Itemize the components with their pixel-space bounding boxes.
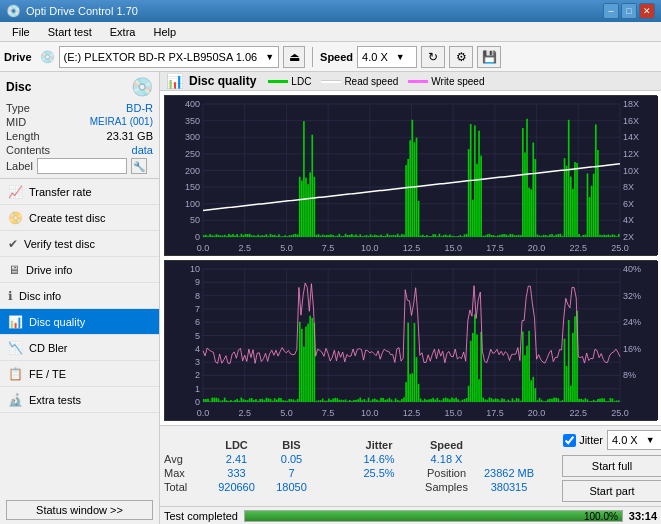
close-button[interactable]: ✕ [639,3,655,19]
drive-dropdown-arrow: ▼ [265,52,274,62]
stats-max-bis: 7 [264,467,319,479]
stats-header-empty [164,439,209,451]
length-value: 23.31 GB [107,130,153,142]
menu-help[interactable]: Help [145,24,184,40]
legend-write-speed: Write speed [408,76,484,87]
stats-max-ldc: 333 [209,467,264,479]
legend: LDC Read speed Write speed [268,76,484,87]
disc-quality-icon: 📊 [8,315,23,329]
legend-read-speed-label: Read speed [344,76,398,87]
nav-disc-quality[interactable]: 📊 Disc quality [0,309,159,335]
app-title: Opti Drive Control 1.70 [26,5,138,17]
nav-cd-bler-label: CD Bler [29,342,68,354]
status-time: 33:14 [629,510,657,522]
stats-total-label: Total [164,481,209,493]
top-chart [164,95,657,256]
stats-total-empty2 [339,481,419,493]
jitter-label: Jitter [579,434,603,446]
stats-samples-label: Samples [419,481,474,493]
contents-value: data [132,144,153,156]
nav-disc-quality-label: Disc quality [29,316,85,328]
stats-max-empty [319,467,339,479]
contents-label: Contents [6,144,50,156]
start-part-button[interactable]: Start part [562,480,661,502]
nav-extra-tests-label: Extra tests [29,394,81,406]
eject-button[interactable]: ⏏ [283,46,305,68]
extra-tests-icon: 🔬 [8,393,23,407]
stats-avg-speed: 4.18 X [419,453,474,465]
stats-max-position-label: Position [419,467,474,479]
progress-text: 100.0% [584,511,618,523]
nav-extra-tests[interactable]: 🔬 Extra tests [0,387,159,413]
stats-header-check [319,439,339,451]
stats-header-jitter: Jitter [339,439,419,451]
nav-disc-info[interactable]: ℹ Disc info [0,283,159,309]
stats-header-ldc: LDC [209,439,264,451]
menu-bar: File Start test Extra Help [0,22,661,42]
save-button[interactable]: 💾 [477,46,501,68]
stats-avg-jitter: 14.6% [339,453,419,465]
stats-max-label: Max [164,467,209,479]
stats-max-position-value: 23862 MB [474,467,544,479]
status-window-button[interactable]: Status window >> [6,500,153,520]
type-value: BD-R [126,102,153,114]
jitter-checkbox[interactable] [563,434,576,447]
nav-verify-test-disc[interactable]: ✔ Verify test disc [0,231,159,257]
nav-drive-info[interactable]: 🖥 Drive info [0,257,159,283]
legend-read-color [321,80,341,83]
separator [312,47,313,67]
nav-transfer-rate[interactable]: 📈 Transfer rate [0,179,159,205]
bottom-chart [164,260,657,421]
menu-file[interactable]: File [4,24,38,40]
jitter-checkbox-area: Jitter [563,434,603,447]
start-full-button[interactable]: Start full [562,455,661,477]
legend-ldc-color [268,80,288,83]
stats-total-ldc: 920660 [209,481,264,493]
speed-select-wrapper[interactable]: 4.0 X ▼ [357,46,417,68]
stats-header-empty2 [474,439,544,451]
type-label: Type [6,102,30,114]
minimize-button[interactable]: – [603,3,619,19]
progress-bar-fill [245,511,622,521]
stats-avg-empty [319,453,339,465]
refresh-button[interactable]: ↻ [421,46,445,68]
nav-fe-te[interactable]: 📋 FE / TE [0,361,159,387]
legend-ldc-label: LDC [291,76,311,87]
stats-footer: LDC BIS Jitter Speed Avg 2.41 0.05 14.6% [160,425,661,506]
stats-speed-select[interactable]: 4.0 X ▼ [607,430,661,450]
stats-max-jitter: 25.5% [339,467,419,479]
speed-dropdown-arrow: ▼ [396,52,405,62]
verify-test-disc-icon: ✔ [8,237,18,251]
status-text: Test completed [164,510,238,522]
fe-te-icon: 📋 [8,367,23,381]
nav-create-test-disc-label: Create test disc [29,212,105,224]
title-bar: 💿 Opti Drive Control 1.70 – □ ✕ [0,0,661,22]
speed-value: 4.0 X [362,51,388,63]
label-label: Label [6,160,33,172]
nav-cd-bler[interactable]: 📉 CD Bler [0,335,159,361]
chart-icon: 📊 [166,73,183,89]
nav-fe-te-label: FE / TE [29,368,66,380]
stats-right: Jitter 4.0 X ▼ Start full Start part [552,430,661,502]
stats-header-bis: BIS [264,439,319,451]
stats-total-empty [319,481,339,493]
nav-drive-info-label: Drive info [26,264,72,276]
charts-area [160,91,661,425]
menu-extra[interactable]: Extra [102,24,144,40]
menu-start-test[interactable]: Start test [40,24,100,40]
maximize-button[interactable]: □ [621,3,637,19]
stats-speed-arrow: ▼ [646,435,655,445]
drive-select-wrapper[interactable]: (E:) PLEXTOR BD-R PX-LB950SA 1.06 ▼ [59,46,280,68]
label-input[interactable] [37,158,127,174]
label-edit-button[interactable]: 🔧 [131,158,147,174]
status-bar: Test completed 100.0% 33:14 [160,506,661,524]
nav-create-test-disc[interactable]: 📀 Create test disc [0,205,159,231]
chart-header: 📊 Disc quality LDC Read speed Write spee… [160,72,661,91]
legend-read-speed: Read speed [321,76,398,87]
create-test-disc-icon: 📀 [8,211,23,225]
speed-label: Speed [320,51,353,63]
settings-button[interactable]: ⚙ [449,46,473,68]
toolbar: Drive 💿 (E:) PLEXTOR BD-R PX-LB950SA 1.0… [0,42,661,72]
drive-label: Drive [4,51,32,63]
stats-speed-value: 4.0 X [612,434,638,446]
